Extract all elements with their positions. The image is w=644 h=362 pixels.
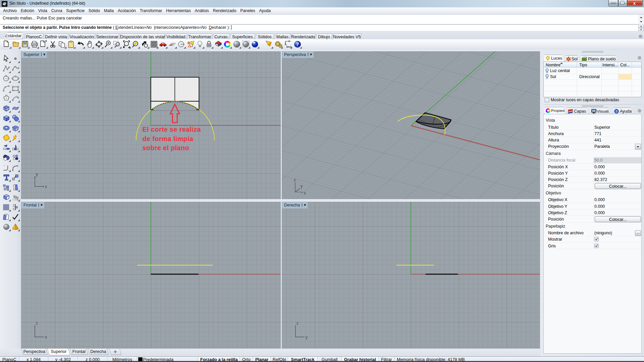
svg-text:z: z (294, 178, 296, 182)
svg-text:x: x (304, 191, 306, 195)
svg-text:y: y (301, 184, 303, 188)
svg-text:z: z (297, 321, 299, 325)
svg-text:x: x (45, 184, 47, 189)
svg-text:z: z (36, 321, 38, 325)
svg-text:sobre el plano: sobre el plano (143, 144, 189, 152)
svg-text:y: y (306, 335, 308, 340)
svg-text:El corte se realiza: El corte se realiza (143, 126, 201, 133)
svg-text:?: ? (296, 42, 299, 47)
svg-text:y: y (36, 172, 38, 177)
svg-text:?: ? (615, 110, 617, 113)
svg-text:x: x (45, 335, 47, 340)
svg-text:de forma limpia: de forma limpia (143, 135, 194, 142)
